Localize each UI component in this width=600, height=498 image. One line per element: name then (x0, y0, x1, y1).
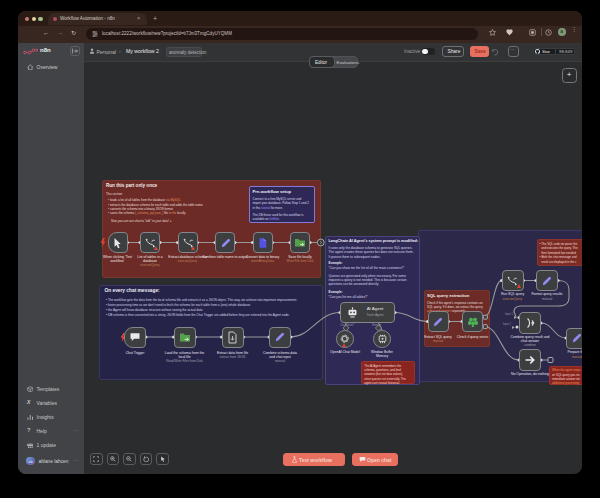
svg-text:Chat Model*: Chat Model* (340, 323, 354, 327)
svg-text:Memory: Memory (372, 323, 382, 327)
svg-text:Input 1: Input 1 (505, 312, 513, 316)
svg-text:Input 2: Input 2 (503, 322, 511, 326)
